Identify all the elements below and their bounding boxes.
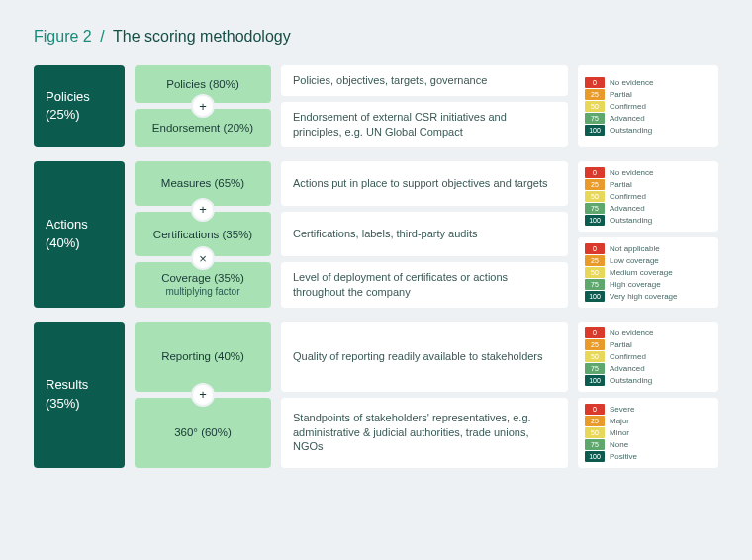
scale-row: 50Confirmed <box>585 351 711 362</box>
components-column: Reporting (40%)360° (60%)+ <box>135 322 271 468</box>
scale-360: 0Severe25Major50Minor75None100Positive <box>578 398 718 468</box>
pillar-weight: (35%) <box>46 395 113 413</box>
scale-score: 75 <box>585 439 605 450</box>
scale-row: 0Severe <box>585 404 711 415</box>
scale-label: Advanced <box>610 204 645 213</box>
scale-label: No evidence <box>610 168 653 177</box>
scale-label: None <box>610 440 628 449</box>
scale-row: 0Not applicable <box>585 243 711 254</box>
component-label: Endorsement (20%) <box>152 122 253 134</box>
pillar-weight: (25%) <box>46 106 113 124</box>
scale-score: 0 <box>585 77 605 88</box>
component-sublabel: multiplying factor <box>165 286 239 297</box>
scale-score: 25 <box>585 416 605 426</box>
scale-score: 25 <box>585 339 605 350</box>
plus-icon: + <box>193 96 213 116</box>
scale-row: 100Outstanding <box>585 125 711 136</box>
scale-row: 25Partial <box>585 179 711 190</box>
pillar-weight: (40%) <box>46 234 113 252</box>
description: Policies, objectives, targets, governanc… <box>281 65 568 96</box>
component-label: Certifications (35%) <box>153 229 252 240</box>
scale-score: 100 <box>585 125 605 136</box>
scale-score: 25 <box>585 255 605 266</box>
section-actions: Actions(40%)Measures (65%)Certifications… <box>34 161 718 308</box>
scale-label: Partial <box>610 180 632 189</box>
pillar-name: Results <box>46 376 113 394</box>
methodology-grid: Policies(25%)Policies (80%)Endorsement (… <box>34 65 718 468</box>
component-label: Policies (80%) <box>166 78 239 90</box>
scale-score: 75 <box>585 279 605 290</box>
component: 360° (60%) <box>135 398 271 468</box>
description: Certifications, labels, third-party audi… <box>281 212 568 256</box>
component-label: Reporting (40%) <box>161 350 244 362</box>
scale-label: Severe <box>610 405 634 414</box>
scale-row: 100Outstanding <box>585 375 711 386</box>
descriptions-column: Actions put in place to support objectiv… <box>281 161 568 308</box>
figure-title-text: The scoring methodology <box>113 28 291 45</box>
scale-label: Advanced <box>610 114 645 123</box>
scale-label: Medium coverage <box>610 268 673 277</box>
pillar: Results(35%) <box>34 322 125 468</box>
scale-score: 0 <box>585 167 605 178</box>
plus-icon: + <box>193 200 213 220</box>
section-results: Results(35%)Reporting (40%)360° (60%)+Qu… <box>34 322 718 468</box>
scale-row: 100Very high coverage <box>585 291 711 302</box>
scale-label: Low coverage <box>610 256 659 265</box>
scale-score: 25 <box>585 89 605 100</box>
scale-label: Very high coverage <box>610 292 678 301</box>
scale-score: 75 <box>585 203 605 214</box>
scale-row: 50Medium coverage <box>585 267 711 278</box>
component: Reporting (40%) <box>135 322 271 392</box>
scale-row: 25Major <box>585 416 711 426</box>
scale-row: 25Low coverage <box>585 255 711 266</box>
scale-score: 50 <box>585 267 605 278</box>
scale-evidence: 0No evidence25Partial50Confirmed75Advanc… <box>578 322 718 392</box>
scale-label: Confirmed <box>610 352 646 361</box>
scale-score: 50 <box>585 351 605 362</box>
scale-score: 0 <box>585 243 605 254</box>
scale-score: 100 <box>585 291 605 302</box>
component-label: Measures (65%) <box>161 177 244 189</box>
scale-label: Outstanding <box>610 126 652 135</box>
scale-score: 25 <box>585 179 605 190</box>
figure-label: Figure 2 <box>34 28 92 45</box>
times-icon: × <box>193 248 213 268</box>
scale-score: 100 <box>585 375 605 386</box>
scale-label: Advanced <box>610 364 645 373</box>
component-label: 360° (60%) <box>174 426 232 438</box>
scale-label: Partial <box>610 340 632 349</box>
scale-row: 75Advanced <box>585 363 711 374</box>
scale-label: Positive <box>610 452 637 461</box>
scale-row: 0No evidence <box>585 77 711 88</box>
scale-label: Not applicable <box>610 244 660 253</box>
scale-score: 75 <box>585 363 605 374</box>
scale-label: Confirmed <box>610 192 646 201</box>
description: Standpoints of stakeholders' representat… <box>281 398 568 468</box>
scale-row: 75None <box>585 439 711 450</box>
scale-label: Outstanding <box>610 376 652 385</box>
scales-column: 0No evidence25Partial50Confirmed75Advanc… <box>578 65 718 147</box>
component-label: Coverage (35%) <box>161 272 244 284</box>
scale-evidence: 0No evidence25Partial50Confirmed75Advanc… <box>578 65 718 147</box>
title-separator: / <box>100 28 104 45</box>
scale-label: Major <box>610 417 629 425</box>
scale-row: 75High coverage <box>585 279 711 290</box>
scale-row: 0No evidence <box>585 327 711 338</box>
scales-column: 0No evidence25Partial50Confirmed75Advanc… <box>578 322 718 468</box>
components-column: Policies (80%)Endorsement (20%)+ <box>135 65 271 147</box>
scale-label: Minor <box>610 428 629 437</box>
descriptions-column: Policies, objectives, targets, governanc… <box>281 65 568 147</box>
scale-score: 0 <box>585 327 605 338</box>
descriptions-column: Quality of reporting readily available t… <box>281 322 568 468</box>
scale-label: No evidence <box>610 78 653 87</box>
scale-coverage: 0Not applicable25Low coverage50Medium co… <box>578 237 718 308</box>
scale-score: 100 <box>585 215 605 226</box>
component: Coverage (35%)multiplying factor <box>135 262 271 307</box>
pillar-name: Policies <box>46 88 113 106</box>
scale-label: No evidence <box>610 328 653 337</box>
scale-row: 100Positive <box>585 451 711 462</box>
figure-title: Figure 2 / The scoring methodology <box>34 28 718 46</box>
scale-row: 50Confirmed <box>585 101 711 112</box>
scale-row: 0No evidence <box>585 167 711 178</box>
scale-label: High coverage <box>610 280 661 289</box>
